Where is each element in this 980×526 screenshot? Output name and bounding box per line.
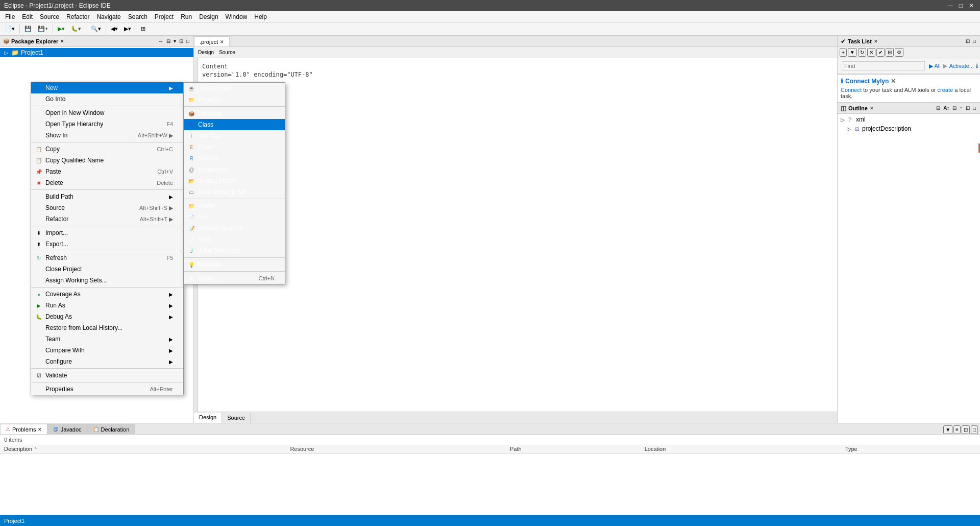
- ctx-coverage-as[interactable]: ● Coverage As ▶: [31, 289, 183, 300]
- outline-projdesc-expand[interactable]: ▷: [847, 126, 852, 132]
- panel-min-btn[interactable]: ⊡: [178, 38, 184, 44]
- ctx-compare-with[interactable]: Compare With ▶: [31, 345, 183, 356]
- bottom-tab-javadoc[interactable]: @ Javadoc: [47, 424, 87, 434]
- panel-menu-btn[interactable]: ▾: [173, 38, 177, 44]
- package-explorer-tab-close[interactable]: ✕: [60, 39, 64, 44]
- task-collapse-btn[interactable]: ⊟: [886, 48, 894, 57]
- ctx-run-as[interactable]: ▶ Run As ▶: [31, 300, 183, 311]
- minimize-button[interactable]: ─: [946, 2, 955, 9]
- ctx-copy[interactable]: 📋 Copy Ctrl+C: [31, 144, 183, 155]
- bottom-min-btn[interactable]: ⊡: [962, 425, 970, 434]
- outline-collapse-btn[interactable]: ⊟: [935, 105, 941, 111]
- ctx-show-in[interactable]: Show In Alt+Shift+W ▶: [31, 130, 183, 141]
- sub-other[interactable]: ⊕ Other... Ctrl+N: [184, 273, 285, 284]
- menu-refactor[interactable]: Refactor: [63, 12, 92, 21]
- toolbar-fwd-btn[interactable]: ▶▾: [121, 24, 134, 34]
- ctx-open-type-hierarchy[interactable]: Open Type Hierarchy F4: [31, 118, 183, 130]
- ctx-paste[interactable]: 📌 Paste Ctrl+V: [31, 166, 183, 177]
- sub-interface[interactable]: I Interface: [184, 130, 285, 141]
- outline-item-project-desc[interactable]: ▷ ⊟ projectDescription: [839, 124, 979, 133]
- outline-tab-close[interactable]: ✕: [870, 106, 874, 111]
- sub-package[interactable]: 📦 Package: [184, 108, 285, 119]
- task-mark-btn[interactable]: ✔: [876, 48, 885, 57]
- toolbar-new-btn[interactable]: 📄▾: [2, 24, 17, 34]
- col-description[interactable]: Description ⌃: [0, 445, 286, 453]
- sub-folder[interactable]: 📁 Folder: [184, 200, 285, 211]
- bottom-tab-problems[interactable]: ⚠ Problems ✕: [0, 424, 47, 434]
- outline-xml-expand[interactable]: ▷: [841, 117, 846, 123]
- ctx-go-into[interactable]: Go Into: [31, 93, 183, 105]
- ctx-refresh[interactable]: ↻ Refresh F5: [31, 252, 183, 264]
- task-delete-btn[interactable]: ✕: [867, 48, 875, 57]
- task-settings-btn[interactable]: ⚙: [895, 48, 903, 57]
- sub-source-folder[interactable]: 📂 Source Folder: [184, 175, 285, 186]
- menu-run[interactable]: Run: [178, 12, 195, 21]
- ctx-refactor[interactable]: Refactor Alt+Shift+T ▶: [31, 213, 183, 225]
- menu-help[interactable]: Help: [251, 12, 270, 21]
- outline-sort-btn[interactable]: A↕: [942, 105, 950, 111]
- panel-sync-btn[interactable]: ↔: [157, 38, 164, 44]
- mylyn-create-link[interactable]: create: [938, 87, 953, 93]
- editor-source-tab[interactable]: Source: [217, 49, 237, 56]
- bottom-tab-declaration[interactable]: 📋 Declaration: [87, 424, 135, 434]
- ctx-assign-working-sets[interactable]: Assign Working Sets...: [31, 275, 183, 286]
- task-new-btn[interactable]: +: [840, 48, 847, 57]
- menu-file[interactable]: File: [2, 12, 18, 21]
- menu-design[interactable]: Design: [196, 12, 221, 21]
- toolbar-save-btn[interactable]: 💾: [22, 24, 34, 34]
- ctx-team[interactable]: Team ▶: [31, 333, 183, 345]
- col-resource[interactable]: Resource: [286, 445, 506, 453]
- mylyn-close-btn[interactable]: ✕: [891, 78, 896, 85]
- toolbar-back-btn[interactable]: ◀▾: [108, 24, 120, 34]
- panel-max-btn[interactable]: □: [185, 38, 190, 44]
- sub-untitled-text[interactable]: 📝 Untitled Text File: [184, 223, 285, 234]
- task-all-label[interactable]: ▶ All: [929, 63, 941, 69]
- maximize-button[interactable]: □: [957, 2, 965, 9]
- menu-navigate[interactable]: Navigate: [93, 12, 124, 21]
- ctx-open-new-window[interactable]: Open in New Window: [31, 107, 183, 118]
- bottom-more-btn[interactable]: ≡: [953, 425, 961, 434]
- ctx-properties[interactable]: Properties Alt+Enter: [31, 384, 183, 395]
- bottom-filter-btn[interactable]: ▼: [943, 425, 952, 434]
- col-location[interactable]: Location: [641, 445, 841, 453]
- toolbar-run-btn[interactable]: ▶▾: [55, 24, 67, 34]
- sub-file[interactable]: 📄 File: [184, 211, 285, 223]
- title-bar-controls[interactable]: ─ □ ✕: [946, 2, 976, 9]
- sub-task[interactable]: ✔ Task: [184, 234, 285, 245]
- outline-more-btn[interactable]: ≡: [959, 105, 964, 111]
- editor-tab-close[interactable]: ✕: [220, 39, 224, 44]
- toolbar-search-btn[interactable]: 🔍▾: [88, 24, 104, 34]
- menu-project[interactable]: Project: [152, 12, 177, 21]
- outline-max-btn[interactable]: □: [972, 105, 977, 111]
- sub-annotation[interactable]: @ Annotation: [184, 164, 285, 175]
- ctx-build-path[interactable]: Build Path ▶: [31, 191, 183, 202]
- mylyn-connect-link[interactable]: Connect: [841, 87, 862, 93]
- editor-design-bottom-tab[interactable]: Design: [194, 413, 222, 423]
- ctx-export[interactable]: ⬆ Export...: [31, 238, 183, 250]
- editor-tab-project[interactable]: .project ✕: [194, 36, 230, 46]
- ctx-delete[interactable]: ✖ Delete Delete: [31, 177, 183, 188]
- outline-hide-btn[interactable]: ⊡: [951, 105, 958, 111]
- ctx-source[interactable]: Source Alt+Shift+S ▶: [31, 202, 183, 213]
- panel-collapse-btn[interactable]: ⊟: [165, 38, 172, 44]
- ctx-copy-qualified[interactable]: 📋 Copy Qualified Name: [31, 155, 183, 166]
- menu-window[interactable]: Window: [223, 12, 251, 21]
- toolbar-debug-btn[interactable]: 🐛▾: [68, 24, 84, 34]
- task-list-tab-close[interactable]: ✕: [874, 39, 878, 44]
- sub-java-project[interactable]: ☕ Java Project: [184, 83, 285, 94]
- editor-source-bottom-tab[interactable]: Source: [222, 413, 251, 423]
- menu-source[interactable]: Source: [37, 12, 62, 21]
- ctx-restore-history[interactable]: Restore from Local History...: [31, 322, 183, 333]
- outline-item-xml[interactable]: ▷ ?⁻ xml: [839, 115, 979, 124]
- col-type[interactable]: Type: [841, 445, 980, 453]
- sub-junit[interactable]: J JUnit Test Case: [184, 245, 285, 256]
- sub-project[interactable]: 📁 Project...: [184, 94, 285, 105]
- col-path[interactable]: Path: [506, 445, 641, 453]
- task-activate-label[interactable]: Activate...: [949, 63, 974, 69]
- task-find-input[interactable]: [842, 61, 925, 70]
- editor-area[interactable]: Content version="1.0" encoding="UTF-8" P…: [198, 58, 837, 412]
- menu-search[interactable]: Search: [125, 12, 151, 21]
- toolbar-save-all-btn[interactable]: 💾+: [35, 24, 51, 34]
- close-button[interactable]: ✕: [967, 2, 976, 9]
- ctx-import[interactable]: ⬇ Import...: [31, 227, 183, 238]
